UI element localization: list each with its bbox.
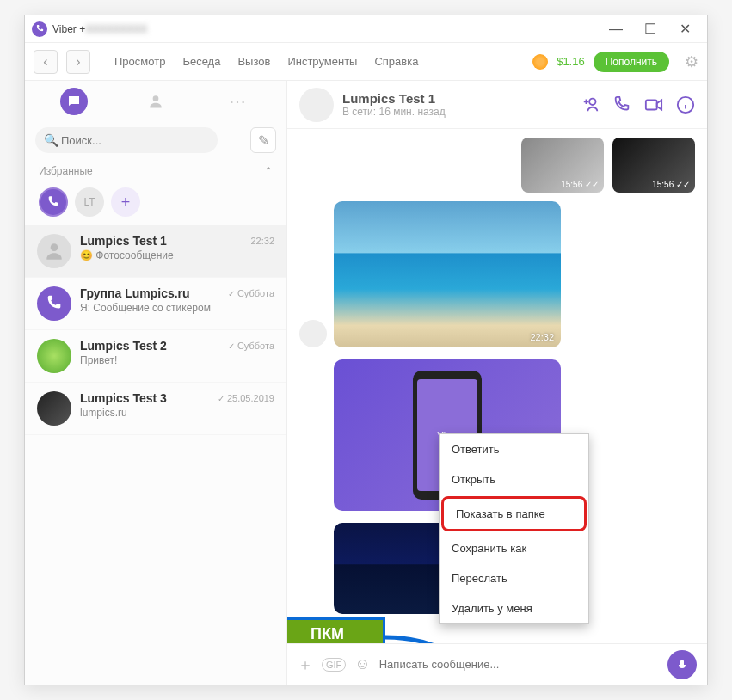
composer: ＋ GIF ☺ — [287, 643, 707, 685]
menu-view[interactable]: Просмотр — [114, 55, 165, 68]
favorites-header[interactable]: Избранные ⌃ — [25, 158, 286, 184]
annotation-label: ПКМ — [287, 617, 385, 643]
ctx-forward[interactable]: Переслать — [440, 563, 588, 593]
message-image-beach[interactable]: 22:32 — [334, 201, 561, 347]
svg-rect-3 — [646, 100, 657, 109]
message-image[interactable]: 15:56 ✓✓ — [612, 138, 695, 193]
chat-item[interactable]: Lumpics Test 3✓25.05.2019 lumpics.ru — [25, 383, 286, 435]
info-icon[interactable] — [676, 95, 695, 114]
avatar — [37, 391, 71, 426]
tab-contacts[interactable] — [142, 88, 169, 115]
chat-item[interactable]: Lumpics Test 122:32 😊 Фотосообщение — [25, 225, 286, 278]
topup-button[interactable]: Пополнить — [594, 52, 669, 72]
message-avatar — [299, 320, 327, 347]
favorites-row: LT + — [25, 184, 286, 225]
svg-point-2 — [589, 98, 595, 104]
ctx-delete[interactable]: Удалить у меня — [440, 593, 588, 623]
svg-point-0 — [153, 95, 159, 101]
sticker-icon[interactable]: ☺ — [354, 655, 370, 673]
minimize-button[interactable]: — — [609, 22, 623, 36]
avatar — [37, 286, 71, 321]
titlebar: Viber +XXXXXXXXX — ☐ ✕ — [25, 15, 707, 43]
add-contact-icon[interactable] — [581, 95, 600, 114]
avatar — [37, 339, 71, 373]
chat-item[interactable]: Группа Lumpics.ru✓Суббота Я: Сообщение с… — [25, 278, 286, 330]
header-avatar[interactable] — [299, 88, 334, 122]
balance-label: $1.16 — [557, 55, 585, 68]
chat-main: Lumpics Test 1 В сети: 16 мин. назад 15:… — [287, 81, 707, 685]
menu-chat[interactable]: Беседа — [182, 55, 220, 68]
voice-button[interactable] — [667, 650, 697, 679]
window-controls: — ☐ ✕ — [609, 22, 700, 36]
header-actions — [581, 95, 695, 114]
message-image[interactable]: 15:56 ✓✓ — [521, 138, 604, 193]
messages-area[interactable]: 15:56 ✓✓ 15:56 ✓✓ 22:32 ↪ Viber ↪ — [287, 129, 707, 643]
menu-help[interactable]: Справка — [374, 55, 418, 68]
close-button[interactable]: ✕ — [678, 22, 692, 36]
nav-back-button[interactable]: ‹ — [34, 50, 58, 74]
chat-item[interactable]: Lumpics Test 2✓Суббота Привет! — [25, 330, 286, 383]
message-input[interactable] — [379, 658, 659, 671]
header-contact-name: Lumpics Test 1 — [342, 91, 573, 106]
coin-icon — [532, 54, 548, 70]
viber-icon — [32, 21, 47, 37]
message-row: 22:32 ↪ — [299, 201, 695, 347]
favorite-lt[interactable]: LT — [75, 187, 104, 217]
tab-chats[interactable] — [60, 88, 88, 115]
ctx-show-in-folder[interactable]: Показать в папке — [441, 496, 587, 531]
chevron-up-icon: ⌃ — [264, 165, 273, 177]
header-status: В сети: 16 мин. назад — [342, 106, 573, 118]
gif-icon[interactable]: GIF — [322, 658, 346, 672]
menu-call[interactable]: Вызов — [237, 55, 270, 68]
settings-icon[interactable]: ⚙ — [685, 52, 698, 71]
thumbnail-row: 15:56 ✓✓ 15:56 ✓✓ — [299, 138, 695, 193]
nav-forward-button[interactable]: › — [66, 50, 90, 74]
favorite-viber[interactable] — [39, 187, 68, 217]
tab-more[interactable]: ⋯ — [224, 88, 251, 115]
sidebar-tabs: ⋯ — [25, 81, 286, 122]
menu-tools[interactable]: Инструменты — [287, 55, 357, 68]
menu-bar: Просмотр Беседа Вызов Инструменты Справк… — [114, 55, 418, 68]
context-menu: Ответить Открыть Показать в папке Сохран… — [439, 433, 589, 624]
ctx-save-as[interactable]: Сохранить как — [440, 533, 588, 563]
maximize-button[interactable]: ☐ — [643, 22, 657, 36]
favorite-add[interactable]: + — [111, 187, 140, 217]
chat-list: Lumpics Test 122:32 😊 Фотосообщение Груп… — [25, 225, 286, 685]
call-icon[interactable] — [612, 95, 631, 114]
annotation-arrow — [385, 633, 471, 643]
svg-point-1 — [51, 243, 58, 251]
compose-button[interactable]: ✎ — [250, 127, 276, 153]
attach-icon[interactable]: ＋ — [298, 654, 313, 675]
ctx-reply[interactable]: Ответить — [440, 434, 588, 464]
video-icon[interactable] — [643, 95, 664, 114]
window-title: Viber +XXXXXXXXX — [52, 23, 147, 35]
chat-header: Lumpics Test 1 В сети: 16 мин. назад — [287, 81, 707, 129]
sidebar: ⋯ 🔍 ✎ Избранные ⌃ LT + — [25, 81, 287, 685]
avatar — [37, 234, 71, 268]
search-input[interactable] — [35, 127, 218, 153]
search-icon: 🔍 — [44, 133, 58, 147]
toolbar: ‹ › Просмотр Беседа Вызов Инструменты Сп… — [25, 43, 707, 81]
ctx-open[interactable]: Открыть — [440, 464, 588, 494]
app-window: Viber +XXXXXXXXX — ☐ ✕ ‹ › Просмотр Бесе… — [24, 15, 708, 685]
